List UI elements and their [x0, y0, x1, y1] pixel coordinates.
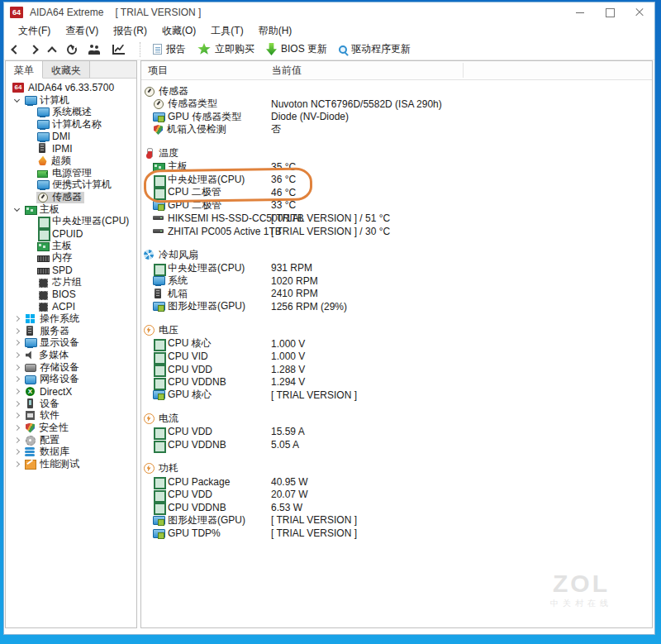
menu-item-5[interactable]: 帮助(H): [251, 22, 300, 40]
row-label: CPU VDD: [168, 489, 212, 500]
tree-item-2[interactable]: 系统概述: [6, 106, 136, 118]
tree-item-25[interactable]: DirectX: [6, 385, 136, 398]
tree-item-15[interactable]: SPD: [6, 264, 136, 276]
close-button[interactable]: [625, 3, 654, 21]
tree-item-22[interactable]: 多媒体: [6, 349, 136, 361]
chevron-down-icon[interactable]: [14, 206, 20, 212]
report-button[interactable]: 报告: [147, 40, 192, 59]
sensor-row[interactable]: 机箱入侵检测否: [141, 123, 652, 136]
sensor-row[interactable]: 图形处理器(GPU)[ TRIAL VERSION ]: [141, 514, 652, 527]
tree-item-17[interactable]: BIOS: [6, 289, 136, 301]
tree-item-5[interactable]: IPMI: [6, 142, 136, 155]
maximize-button[interactable]: [595, 3, 625, 21]
tree-item-8[interactable]: 便携式计算机: [6, 179, 136, 192]
sensor-row[interactable]: CPU VDD15.59 A: [141, 426, 652, 439]
sensor-row[interactable]: GPU TDP%[ TRIAL VERSION ]: [141, 527, 652, 540]
chevron-down-icon[interactable]: [14, 96, 20, 102]
up-icon[interactable]: [47, 46, 56, 55]
forward-icon[interactable]: [29, 45, 38, 54]
back-icon[interactable]: [11, 45, 20, 54]
menu-item-1[interactable]: 查看(V): [58, 22, 106, 40]
row-value: [ TRIAL VERSION ]: [271, 527, 357, 539]
chevron-right-icon[interactable]: [14, 376, 20, 382]
monitor-icon: [153, 275, 164, 286]
tree-item-1[interactable]: 计算机: [6, 94, 136, 107]
section-title: 电压: [159, 323, 178, 337]
tree-item-23[interactable]: 存储设备: [6, 361, 136, 374]
sensor-row[interactable]: HIKSEMI HS-SSD-CC500/1TB[ TRIAL VERSION …: [141, 212, 652, 225]
sensor-row[interactable]: CPU VDDNB1.294 V: [141, 376, 652, 389]
software-icon: [25, 410, 36, 421]
tree-item-18[interactable]: ACPI: [6, 300, 136, 312]
chevron-right-icon[interactable]: [14, 401, 20, 407]
chevron-right-icon[interactable]: [14, 425, 20, 431]
tree-item-7[interactable]: 电源管理: [6, 167, 136, 179]
column-header-value[interactable]: 当前值: [272, 64, 302, 78]
tree-item-13[interactable]: 主板: [6, 240, 136, 252]
users-icon[interactable]: [88, 45, 101, 55]
tree-item-4[interactable]: DMI: [6, 131, 136, 143]
chevron-right-icon[interactable]: [14, 413, 20, 418]
tree-item-12[interactable]: CPUID: [6, 227, 136, 240]
tree-item-label: ACPI: [52, 301, 75, 312]
sensor-row[interactable]: 系统1020 RPM: [141, 274, 652, 288]
menu-item-0[interactable]: 文件(F): [11, 22, 58, 40]
chevron-right-icon[interactable]: [14, 352, 20, 358]
driver-update-button[interactable]: 驱动程序更新: [333, 40, 416, 59]
sensor-row[interactable]: CPU VDD1.288 V: [141, 363, 652, 376]
chart-icon[interactable]: [112, 45, 125, 55]
tree-item-10[interactable]: 主板: [6, 203, 136, 216]
tree-item-29[interactable]: 配置: [6, 434, 136, 446]
tree-item-28[interactable]: 安全性: [6, 422, 136, 434]
tree-item-27[interactable]: 软件: [6, 410, 136, 422]
tree-item-19[interactable]: 操作系统: [6, 312, 136, 325]
tree-item-11[interactable]: 中央处理器(CPU): [6, 216, 136, 228]
tree-item-31[interactable]: 性能测试: [6, 458, 136, 470]
tab-favorites[interactable]: 收藏夹: [43, 61, 90, 78]
column-header-item[interactable]: 项目: [141, 64, 168, 78]
minimize-button[interactable]: [565, 3, 595, 21]
chevron-right-icon[interactable]: [14, 461, 20, 467]
menu-item-2[interactable]: 报告(R): [106, 22, 155, 40]
menu-item-4[interactable]: 工具(T): [203, 22, 250, 40]
tree-item-30[interactable]: 数据库: [6, 446, 136, 459]
tree-item-20[interactable]: 服务器: [6, 325, 136, 337]
tree-item-0[interactable]: 64AIDA64 v6.33.5700: [6, 82, 136, 94]
sensor-row[interactable]: 中央处理器(CPU)931 RPM: [141, 261, 652, 274]
sensor-row[interactable]: 传感器类型Nuvoton NCT6796D/5582D (ISA 290h): [141, 98, 652, 111]
sensor-row[interactable]: 机箱2410 RPM: [141, 288, 652, 301]
tree-item-24[interactable]: 网络设备: [6, 374, 136, 386]
tree-item-6[interactable]: 超频: [6, 155, 136, 167]
sensor-row[interactable]: GPU 传感器类型Diode (NV-Diode): [141, 111, 652, 124]
buy-now-button[interactable]: 立即购买: [192, 40, 260, 59]
sensor-row[interactable]: CPU VDDNB5.05 A: [141, 438, 652, 451]
tree-item-14[interactable]: 内存: [6, 252, 136, 265]
sensor-row[interactable]: CPU VID1.000 V: [141, 350, 652, 363]
chevron-right-icon[interactable]: [14, 316, 20, 322]
refresh-icon[interactable]: [67, 45, 77, 55]
bios-update-button[interactable]: BIOS 更新: [260, 40, 333, 59]
sensor-row[interactable]: ZHITAI PC005 Active 1TB[ TRIAL VERSION ]…: [141, 225, 652, 238]
sensor-row[interactable]: 图形处理器(GPU)1256 RPM (29%): [141, 300, 652, 313]
sensor-row[interactable]: CPU VDD20.07 W: [141, 488, 652, 501]
tree-item-9[interactable]: 传感器: [6, 191, 136, 203]
chevron-right-icon[interactable]: [14, 340, 20, 346]
chevron-right-icon[interactable]: [14, 365, 20, 370]
tree-item-3[interactable]: 计算机名称: [6, 118, 136, 131]
menu-item-3[interactable]: 收藏(O): [155, 22, 203, 40]
chevron-right-icon[interactable]: [14, 389, 20, 394]
nav-button-group: [12, 45, 125, 55]
device-icon: [25, 398, 36, 409]
sensor-row[interactable]: CPU VDDNB6.53 W: [141, 501, 652, 514]
chevron-right-icon[interactable]: [14, 328, 20, 334]
chevron-right-icon[interactable]: [14, 437, 20, 443]
tree-item-26[interactable]: 设备: [6, 398, 136, 410]
tab-menu[interactable]: 菜单: [6, 61, 43, 79]
chevron-right-icon[interactable]: [14, 449, 20, 455]
sensor-row[interactable]: CPU Package40.95 W: [141, 475, 652, 489]
sensor-row[interactable]: GPU 核心[ TRIAL VERSION ]: [141, 389, 652, 402]
tree-item-21[interactable]: 显示设备: [6, 336, 136, 349]
sensor-row[interactable]: CPU 核心1.000 V: [141, 337, 652, 351]
tree-item-label: BIOS: [52, 289, 76, 300]
tree-item-16[interactable]: 芯片组: [6, 276, 136, 289]
